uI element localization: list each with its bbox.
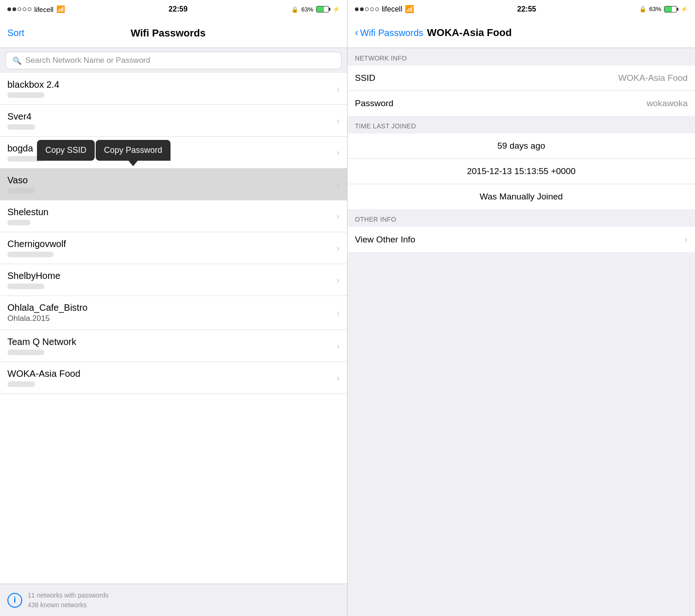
list-item-bogda[interactable]: bogda › Copy SSID Copy Password xyxy=(0,137,347,169)
password-row: Password wokawoka xyxy=(348,91,695,116)
context-menu: Copy SSID Copy Password xyxy=(37,140,171,161)
list-item[interactable]: Team Q Network › xyxy=(0,330,347,362)
dot5r xyxy=(375,7,379,11)
list-item[interactable]: ShelbyHome › xyxy=(0,264,347,296)
list-item[interactable]: WOKA-Asia Food › xyxy=(0,362,347,394)
dot1r xyxy=(355,7,359,11)
carrier-right: lifecell xyxy=(382,5,402,13)
view-other-info-label: View Other Info xyxy=(355,235,684,245)
battery-icon-left xyxy=(316,6,330,12)
network-info-body: SSID WOKA-Asia Food Password wokawoka xyxy=(348,66,695,116)
back-chevron-icon: ‹ xyxy=(355,27,358,39)
battery-tip-left xyxy=(329,8,330,11)
search-bar: 🔍 Search Network Name or Password xyxy=(0,48,347,73)
time-joined-header: TIME LAST JOINED xyxy=(348,116,695,133)
list-item[interactable]: blackbox 2.4 › xyxy=(0,73,347,105)
dot5 xyxy=(28,7,31,11)
ssid-label: SSID xyxy=(355,73,618,83)
time-joined-body: 59 days ago 2015-12-13 15:13:55 +0000 Wa… xyxy=(348,133,695,209)
bottom-text: 11 networks with passwords 438 known net… xyxy=(28,591,109,610)
dot4r xyxy=(370,7,374,11)
copy-ssid-button[interactable]: Copy SSID xyxy=(37,140,95,161)
search-input-wrap[interactable]: 🔍 Search Network Name or Password xyxy=(6,52,341,69)
wifi-icon-left: 📶 xyxy=(56,5,65,13)
left-nav-bar: Sort Wifi Passwords xyxy=(0,18,347,48)
battery-fill-left xyxy=(317,6,324,12)
network-name: Team Q Network xyxy=(7,337,336,347)
chevron-right-icon: › xyxy=(336,179,340,190)
dot3r xyxy=(365,7,369,11)
networks-with-passwords: 11 networks with passwords xyxy=(28,591,109,600)
list-item-content: Chernigovwolf xyxy=(7,239,336,257)
left-status-bar: lifecell 📶 22:59 🔒 63% ⚡ xyxy=(0,0,347,18)
network-password-blur xyxy=(7,350,44,355)
password-label: Password xyxy=(355,98,646,109)
network-password-blur xyxy=(7,284,44,289)
copy-password-button[interactable]: Copy Password xyxy=(96,140,171,161)
network-password-blur xyxy=(7,188,35,193)
back-button[interactable]: Wifi Passwords xyxy=(360,28,423,38)
right-time: 22:55 xyxy=(517,5,536,13)
chevron-right-icon: › xyxy=(684,234,688,245)
carrier-left: lifecell xyxy=(34,6,54,13)
battery-body-right xyxy=(664,6,677,12)
lock-icon-left: 🔒 xyxy=(291,6,299,13)
battery-pct-left: 63% xyxy=(301,6,313,13)
right-spacer xyxy=(348,252,695,616)
search-input[interactable]: Search Network Name or Password xyxy=(25,56,150,65)
right-nav-title-row: ‹ Wifi Passwords WOKA-Asia Food xyxy=(348,18,695,48)
battery-fill-right xyxy=(665,6,672,12)
left-status-right: 🔒 63% ⚡ xyxy=(291,6,340,13)
network-subtitle: Ohlala.2015 xyxy=(7,314,336,323)
time-absolute: 2015-12-13 15:13:55 +0000 xyxy=(348,159,695,184)
battery-body-left xyxy=(316,6,329,12)
right-nav-bar: lifecell 📶 22:55 🔒 63% ⚡ ‹ Wifi Password… xyxy=(348,0,695,48)
signal-dots-right xyxy=(355,7,379,11)
network-name: Chernigovwolf xyxy=(7,239,336,249)
chevron-right-icon: › xyxy=(336,373,340,383)
lock-icon-right: 🔒 xyxy=(639,6,646,12)
list-item-content: Vaso xyxy=(7,175,336,193)
chevron-right-icon: › xyxy=(336,341,340,351)
list-item-content: Team Q Network xyxy=(7,337,336,355)
list-item-content: blackbox 2.4 xyxy=(7,79,336,98)
list-item[interactable]: Ohlala_Cafe_Bistro Ohlala.2015 › xyxy=(0,296,347,330)
chevron-right-icon: › xyxy=(336,243,340,254)
sort-button[interactable]: Sort xyxy=(7,28,24,38)
signal-dots xyxy=(7,7,31,11)
left-panel: lifecell 📶 22:59 🔒 63% ⚡ Sort Wifi Passw… xyxy=(0,0,348,616)
chevron-right-icon: › xyxy=(336,115,340,126)
right-panel: lifecell 📶 22:55 🔒 63% ⚡ ‹ Wifi Password… xyxy=(348,0,695,616)
ssid-row: SSID WOKA-Asia Food xyxy=(348,66,695,91)
list-item[interactable]: Sver4 › xyxy=(0,105,347,137)
bolt-icon-left: ⚡ xyxy=(333,6,340,12)
left-status-left: lifecell 📶 xyxy=(7,5,65,13)
info-icon[interactable]: i xyxy=(7,593,22,608)
network-name: Sver4 xyxy=(7,111,336,122)
chevron-right-icon: › xyxy=(336,147,340,158)
list-item-content: Sver4 xyxy=(7,111,336,130)
battery-tip-right xyxy=(677,8,678,11)
other-info-header: OTHER INFO xyxy=(348,209,695,227)
bolt-icon-right: ⚡ xyxy=(681,6,688,12)
network-name: WOKA-Asia Food xyxy=(7,368,336,379)
view-other-info-row[interactable]: View Other Info › xyxy=(348,227,695,252)
network-list: blackbox 2.4 › Sver4 › bogda › Copy SSID… xyxy=(0,73,347,584)
other-info-body: View Other Info › xyxy=(348,227,695,252)
dot2 xyxy=(12,7,16,11)
left-time: 22:59 xyxy=(169,5,188,13)
network-password-blur xyxy=(7,92,44,98)
list-item[interactable]: Shelestun › xyxy=(0,200,347,232)
list-item[interactable]: Vaso › xyxy=(0,169,347,200)
network-password-blur xyxy=(7,252,54,257)
right-status-left: lifecell 📶 xyxy=(355,5,414,13)
network-name: ShelbyHome xyxy=(7,271,336,281)
list-item-content: Ohlala_Cafe_Bistro Ohlala.2015 xyxy=(7,302,336,323)
right-status-bar: lifecell 📶 22:55 🔒 63% ⚡ xyxy=(348,0,695,18)
right-status-right: 🔒 63% ⚡ xyxy=(639,6,688,12)
wifi-icon-right: 📶 xyxy=(405,5,414,13)
chevron-right-icon: › xyxy=(336,308,340,318)
list-item-content: WOKA-Asia Food xyxy=(7,368,336,387)
network-name: Shelestun xyxy=(7,207,336,217)
list-item[interactable]: Chernigovwolf › xyxy=(0,232,347,264)
